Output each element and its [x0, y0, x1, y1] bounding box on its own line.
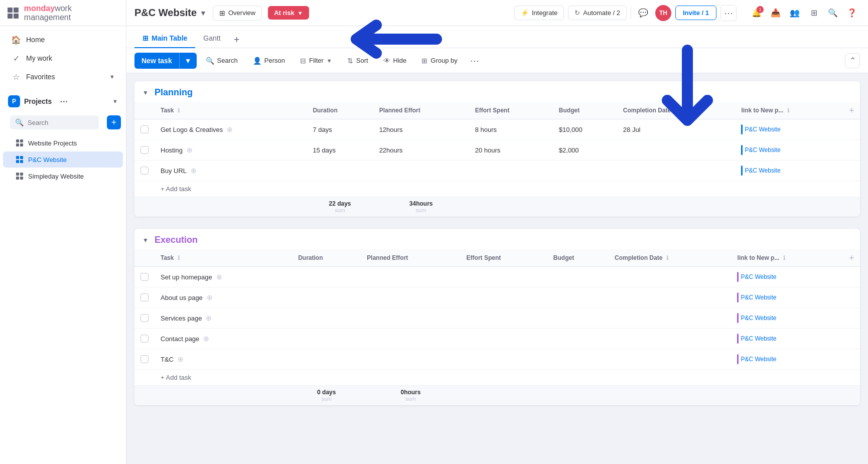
filter-button[interactable]: ⊟ Filter ▼ — [294, 53, 338, 68]
new-task-button[interactable]: New task ▼ — [134, 53, 197, 69]
task-link-icon[interactable]: ⊕ — [206, 314, 212, 322]
sidebar-item-mywork[interactable]: ✓ My work — [3, 49, 123, 67]
link-text[interactable]: P&C Website — [741, 356, 776, 363]
execution-sum-row: 0 days sum 0hours sum — [134, 386, 860, 405]
link-text[interactable]: P&C Website — [745, 167, 780, 174]
row-checkbox[interactable] — [140, 273, 149, 281]
row-checkbox[interactable] — [140, 167, 149, 175]
notifications-button[interactable]: 🔔 1 — [749, 5, 765, 21]
row-checkbox[interactable] — [140, 146, 149, 154]
help-icon: ❓ — [847, 8, 857, 18]
sidebar-projects-header[interactable]: P Projects ⋯ ▼ — [0, 92, 126, 110]
sidebar-item-pc-website[interactable]: P&C Website — [3, 151, 123, 168]
sidebar-item-website-projects[interactable]: Website Projects — [3, 135, 123, 151]
topbar-divider — [631, 7, 631, 19]
execution-add-task-row[interactable]: + Add task — [134, 370, 860, 386]
board-grid2-icon — [15, 172, 24, 181]
sidebar-search-input[interactable] — [28, 119, 94, 126]
link-stripe — [741, 145, 743, 155]
add-column-icon[interactable]: + — [849, 106, 854, 114]
collapse-button[interactable]: ⌃ — [845, 53, 860, 68]
row-task-cell: Set up homepage ⊕ — [155, 267, 292, 287]
task-link-icon[interactable]: ⊕ — [216, 273, 222, 281]
link-info-icon[interactable]: ℹ — [787, 107, 789, 113]
task-link-icon[interactable]: ⊕ — [207, 293, 213, 301]
planning-collapse-icon[interactable]: ▼ — [142, 89, 151, 96]
link-text[interactable]: P&C Website — [745, 146, 780, 153]
table-row: About us page ⊕ P&C Website — [134, 287, 860, 308]
link-text[interactable]: P&C Website — [745, 126, 780, 133]
row-checkbox[interactable] — [140, 335, 149, 343]
row-check-cell — [134, 329, 155, 349]
sidebar-item-favorites[interactable]: ☆ Favorites ▼ — [3, 68, 123, 86]
sidebar-search[interactable]: 🔍 — [10, 115, 99, 129]
inbox-button[interactable]: 📥 — [768, 5, 784, 21]
task-info-icon[interactable]: ℹ — [178, 107, 180, 113]
search-button[interactable]: 🔍 Search — [200, 53, 244, 68]
planning-title[interactable]: Planning — [155, 87, 193, 98]
task-link-icon[interactable]: ⊕ — [191, 167, 197, 175]
execution-title[interactable]: Execution — [155, 235, 198, 245]
at-risk-button[interactable]: At risk ▼ — [268, 6, 309, 20]
task-link-icon[interactable]: ⊕ — [187, 146, 193, 154]
row-check-cell — [134, 308, 155, 329]
task-link-icon[interactable]: ⊕ — [227, 125, 233, 133]
more-options-button[interactable]: ⋯ — [720, 5, 737, 21]
exec-add-column-icon[interactable]: + — [849, 253, 854, 262]
projects-more-icon[interactable]: ⋯ — [60, 97, 68, 106]
invite-button[interactable]: Invite / 1 — [675, 6, 716, 20]
sidebar-item-home[interactable]: 🏠 Home — [3, 31, 123, 49]
task-link-icon[interactable]: ⊕ — [203, 335, 209, 343]
people-button[interactable]: 👥 — [787, 5, 803, 21]
help-button[interactable]: ❓ — [844, 5, 860, 21]
link-text[interactable]: P&C Website — [741, 315, 776, 322]
main-table-icon: ⊞ — [142, 34, 149, 42]
row-checkbox[interactable] — [140, 314, 149, 322]
row-checkbox[interactable] — [140, 293, 149, 301]
row-link-cell: P&C Website — [731, 287, 843, 308]
overview-button[interactable]: ⊞ Overview — [213, 6, 262, 21]
execution-collapse-icon[interactable]: ▼ — [142, 237, 151, 244]
link-text[interactable]: P&C Website — [741, 294, 776, 301]
planning-add-task-row[interactable]: + Add task — [134, 181, 860, 197]
integrate-button[interactable]: ⚡ Integrate — [514, 6, 564, 20]
group-by-button[interactable]: ⊞ Group by — [415, 53, 463, 68]
toolbar-more-button[interactable]: ⋯ — [467, 53, 483, 69]
row-check-cell — [134, 161, 155, 181]
topbar-right: 🔔 1 📥 👥 ⊞ 🔍 ❓ — [749, 5, 860, 21]
exec-task-info-icon[interactable]: ℹ — [178, 255, 180, 261]
apps-grid-icon[interactable] — [6, 6, 20, 20]
tab-add-button[interactable]: + — [229, 32, 245, 48]
sidebar-item-simpleday-website[interactable]: Simpleday Website — [3, 168, 123, 184]
row-checkbox[interactable] — [140, 125, 149, 133]
row-link-cell: P&C Website — [735, 161, 843, 181]
row-checkbox[interactable] — [140, 355, 149, 363]
person-button[interactable]: 👤 Person — [247, 53, 291, 68]
new-task-dropdown-icon[interactable]: ▼ — [179, 53, 197, 69]
chat-button[interactable]: 💬 — [635, 5, 651, 21]
board-table-icon — [15, 155, 24, 164]
sort-icon: ⇅ — [347, 57, 353, 65]
projects-chevron-icon: ▼ — [112, 98, 118, 104]
avatar[interactable]: TH — [655, 5, 671, 21]
row-task-cell: Contact page ⊕ — [155, 329, 292, 349]
tab-gantt[interactable]: Gantt — [195, 29, 228, 48]
sort-button[interactable]: ⇅ Sort — [341, 53, 374, 68]
search-global-button[interactable]: 🔍 — [825, 5, 841, 21]
project-title[interactable]: P&C Website ▼ — [134, 7, 207, 19]
link-text[interactable]: P&C Website — [741, 335, 776, 342]
tab-main-table[interactable]: ⊞ Main Table — [134, 29, 195, 48]
exec-completion-info-icon[interactable]: ℹ — [666, 255, 668, 261]
hide-button[interactable]: 👁 Hide — [377, 53, 413, 68]
apps-button[interactable]: ⊞ — [806, 5, 822, 21]
task-link-icon[interactable]: ⊕ — [178, 355, 184, 363]
automate-button[interactable]: ↻ Automate / 2 — [568, 6, 627, 20]
table-row: Buy URL ⊕ — [134, 161, 860, 181]
exec-link-info-icon[interactable]: ℹ — [783, 255, 785, 261]
planning-table-wrap: Task ℹ Duration Planned Effort Effort Sp… — [134, 102, 860, 217]
link-text[interactable]: P&C Website — [741, 273, 776, 280]
completion-info-icon[interactable]: ℹ — [675, 107, 677, 113]
sidebar-logo: mondaywork management — [24, 4, 120, 22]
toolbar-right: ⌃ — [845, 53, 860, 68]
sidebar-add-button[interactable]: + — [107, 115, 121, 129]
